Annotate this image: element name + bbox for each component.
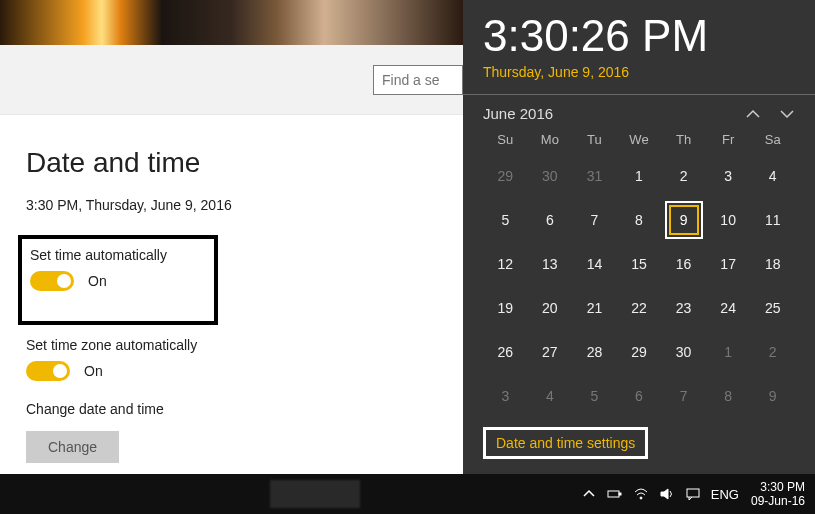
calendar-day[interactable]: 5 bbox=[483, 205, 528, 235]
calendar-day[interactable]: 10 bbox=[706, 205, 751, 235]
calendar-day[interactable]: 5 bbox=[572, 381, 617, 411]
calendar-dow: Mo bbox=[528, 132, 573, 147]
calendar-day[interactable]: 4 bbox=[528, 381, 573, 411]
svg-rect-1 bbox=[619, 493, 621, 495]
calendar-day[interactable]: 21 bbox=[572, 293, 617, 323]
calendar-day[interactable]: 24 bbox=[706, 293, 751, 323]
calendar-day[interactable]: 26 bbox=[483, 337, 528, 367]
tray-chevron-icon[interactable] bbox=[581, 486, 597, 502]
calendar-dow: Su bbox=[483, 132, 528, 147]
calendar-day[interactable]: 16 bbox=[661, 249, 706, 279]
set-tz-auto-label: Set time zone automatically bbox=[26, 337, 463, 353]
calendar-day[interactable]: 6 bbox=[617, 381, 662, 411]
svg-rect-0 bbox=[608, 491, 619, 497]
calendar-day[interactable]: 14 bbox=[572, 249, 617, 279]
calendar-day[interactable]: 8 bbox=[617, 205, 662, 235]
set-time-auto-toggle[interactable] bbox=[30, 271, 74, 291]
system-tray: ENG bbox=[581, 486, 739, 502]
calendar-day[interactable]: 28 bbox=[572, 337, 617, 367]
annotation-highlight: Set time automatically On bbox=[18, 235, 218, 325]
action-center-icon[interactable] bbox=[685, 486, 701, 502]
set-tz-auto-state: On bbox=[84, 363, 103, 379]
calendar-day[interactable]: 30 bbox=[528, 161, 573, 191]
month-label[interactable]: June 2016 bbox=[483, 105, 553, 122]
taskbar-date: 09-Jun-16 bbox=[751, 494, 805, 508]
taskbar: ENG 3:30 PM 09-Jun-16 bbox=[0, 474, 815, 514]
calendar-day[interactable]: 25 bbox=[750, 293, 795, 323]
calendar-day[interactable]: 3 bbox=[706, 161, 751, 191]
calendar-day[interactable]: 29 bbox=[617, 337, 662, 367]
language-indicator[interactable]: ENG bbox=[711, 487, 739, 502]
set-time-auto-label: Set time automatically bbox=[30, 247, 202, 263]
calendar-day[interactable]: 29 bbox=[483, 161, 528, 191]
calendar-day[interactable]: 27 bbox=[528, 337, 573, 367]
flyout-date[interactable]: Thursday, June 9, 2016 bbox=[483, 64, 795, 80]
svg-point-2 bbox=[640, 497, 642, 499]
calendar-day[interactable]: 15 bbox=[617, 249, 662, 279]
battery-icon[interactable] bbox=[607, 486, 623, 502]
calendar-day[interactable]: 8 bbox=[706, 381, 751, 411]
change-button[interactable]: Change bbox=[26, 431, 119, 463]
calendar-day[interactable]: 1 bbox=[706, 337, 751, 367]
header-banner-image bbox=[0, 0, 463, 45]
change-datetime-label: Change date and time bbox=[26, 401, 463, 417]
calendar-day[interactable]: 23 bbox=[661, 293, 706, 323]
calendar-day[interactable]: 11 bbox=[750, 205, 795, 235]
calendar-day[interactable]: 4 bbox=[750, 161, 795, 191]
settings-panel: Date and time 3:30 PM, Thursday, June 9,… bbox=[0, 115, 463, 463]
page-title: Date and time bbox=[26, 147, 463, 179]
calendar-day[interactable]: 20 bbox=[528, 293, 573, 323]
taskbar-clock[interactable]: 3:30 PM 09-Jun-16 bbox=[751, 480, 805, 509]
set-tz-auto-toggle[interactable] bbox=[26, 361, 70, 381]
calendar-day[interactable]: 31 bbox=[572, 161, 617, 191]
calendar-dow: Th bbox=[661, 132, 706, 147]
calendar-day[interactable]: 2 bbox=[661, 161, 706, 191]
calendar-day[interactable]: 30 bbox=[661, 337, 706, 367]
volume-icon[interactable] bbox=[659, 486, 675, 502]
wifi-icon[interactable] bbox=[633, 486, 649, 502]
next-month-icon[interactable] bbox=[779, 106, 795, 122]
taskbar-time: 3:30 PM bbox=[751, 480, 805, 494]
calendar-dow: Sa bbox=[750, 132, 795, 147]
calendar-day[interactable]: 7 bbox=[661, 381, 706, 411]
set-time-auto-state: On bbox=[88, 273, 107, 289]
datetime-flyout: 3:30:26 PM Thursday, June 9, 2016 June 2… bbox=[463, 0, 815, 474]
current-datetime-text: 3:30 PM, Thursday, June 9, 2016 bbox=[26, 197, 463, 213]
date-time-settings-link[interactable]: Date and time settings bbox=[496, 435, 635, 451]
calendar-dow: Tu bbox=[572, 132, 617, 147]
calendar-day[interactable]: 6 bbox=[528, 205, 573, 235]
calendar-day[interactable]: 18 bbox=[750, 249, 795, 279]
taskbar-app-thumbnail[interactable] bbox=[270, 480, 360, 508]
calendar-day[interactable]: 13 bbox=[528, 249, 573, 279]
calendar-day[interactable]: 22 bbox=[617, 293, 662, 323]
divider bbox=[463, 94, 815, 95]
calendar-day[interactable]: 7 bbox=[572, 205, 617, 235]
calendar-day-today[interactable]: 9 bbox=[669, 205, 699, 235]
flyout-time: 3:30:26 PM bbox=[483, 14, 795, 58]
calendar-grid: SuMoTuWeThFrSa29303112345678910111213141… bbox=[483, 132, 795, 411]
calendar-day[interactable]: 17 bbox=[706, 249, 751, 279]
calendar-day[interactable]: 2 bbox=[750, 337, 795, 367]
annotation-highlight-link: Date and time settings bbox=[483, 427, 648, 459]
calendar-day[interactable]: 19 bbox=[483, 293, 528, 323]
prev-month-icon[interactable] bbox=[745, 106, 761, 122]
calendar-day[interactable]: 3 bbox=[483, 381, 528, 411]
search-input[interactable] bbox=[373, 65, 463, 95]
calendar-dow: Fr bbox=[706, 132, 751, 147]
calendar-dow: We bbox=[617, 132, 662, 147]
svg-marker-3 bbox=[661, 489, 668, 499]
calendar-day[interactable]: 12 bbox=[483, 249, 528, 279]
calendar-day[interactable]: 1 bbox=[617, 161, 662, 191]
svg-rect-4 bbox=[687, 489, 699, 497]
search-bar bbox=[0, 45, 463, 115]
calendar-day[interactable]: 9 bbox=[750, 381, 795, 411]
